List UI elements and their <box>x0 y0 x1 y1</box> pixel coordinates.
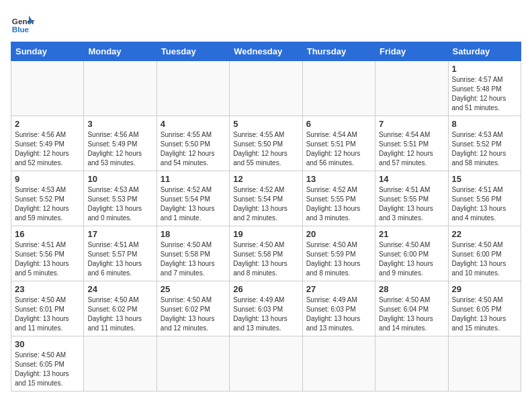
calendar-cell <box>375 61 448 116</box>
day-info: Sunrise: 4:54 AM Sunset: 5:51 PM Dayligh… <box>379 130 444 168</box>
calendar-cell <box>302 336 375 392</box>
calendar-cell: 10Sunrise: 4:53 AM Sunset: 5:53 PM Dayli… <box>84 171 157 226</box>
day-number: 27 <box>306 284 371 294</box>
day-info: Sunrise: 4:50 AM Sunset: 6:02 PM Dayligh… <box>87 295 152 333</box>
day-number: 16 <box>15 229 80 239</box>
weekday-header: Friday <box>375 42 448 61</box>
day-number: 24 <box>87 284 152 294</box>
day-info: Sunrise: 4:50 AM Sunset: 5:59 PM Dayligh… <box>306 240 371 278</box>
day-info: Sunrise: 4:52 AM Sunset: 5:55 PM Dayligh… <box>306 185 371 223</box>
day-info: Sunrise: 4:51 AM Sunset: 5:56 PM Dayligh… <box>452 185 517 223</box>
day-number: 17 <box>87 229 152 239</box>
day-number: 28 <box>379 284 444 294</box>
calendar-cell <box>84 336 157 392</box>
calendar-cell: 25Sunrise: 4:50 AM Sunset: 6:02 PM Dayli… <box>157 281 229 336</box>
day-number: 25 <box>161 284 226 294</box>
day-number: 21 <box>379 229 444 239</box>
calendar-cell: 13Sunrise: 4:52 AM Sunset: 5:55 PM Dayli… <box>302 171 375 226</box>
calendar-cell <box>230 336 302 392</box>
day-info: Sunrise: 4:52 AM Sunset: 5:54 PM Dayligh… <box>233 185 298 223</box>
calendar-cell <box>375 336 448 392</box>
calendar-cell: 20Sunrise: 4:50 AM Sunset: 5:59 PM Dayli… <box>302 226 375 281</box>
day-info: Sunrise: 4:53 AM Sunset: 5:52 PM Dayligh… <box>15 185 80 223</box>
day-number: 30 <box>15 339 80 349</box>
day-number: 9 <box>15 174 80 184</box>
day-number: 1 <box>452 64 517 74</box>
day-number: 26 <box>233 284 298 294</box>
day-info: Sunrise: 4:51 AM Sunset: 5:55 PM Dayligh… <box>379 185 444 223</box>
day-info: Sunrise: 4:50 AM Sunset: 6:02 PM Dayligh… <box>161 295 226 333</box>
calendar-cell: 23Sunrise: 4:50 AM Sunset: 6:01 PM Dayli… <box>11 281 84 336</box>
calendar-cell: 11Sunrise: 4:52 AM Sunset: 5:54 PM Dayli… <box>157 171 229 226</box>
calendar-cell: 21Sunrise: 4:50 AM Sunset: 6:00 PM Dayli… <box>375 226 448 281</box>
day-info: Sunrise: 4:55 AM Sunset: 5:50 PM Dayligh… <box>161 130 226 168</box>
calendar-cell: 28Sunrise: 4:50 AM Sunset: 6:04 PM Dayli… <box>375 281 448 336</box>
calendar-cell: 19Sunrise: 4:50 AM Sunset: 5:58 PM Dayli… <box>230 226 302 281</box>
weekday-header-row: SundayMondayTuesdayWednesdayThursdayFrid… <box>11 42 521 61</box>
day-number: 22 <box>452 229 517 239</box>
calendar-week-row: 2Sunrise: 4:56 AM Sunset: 5:49 PM Daylig… <box>11 116 521 171</box>
day-info: Sunrise: 4:53 AM Sunset: 5:53 PM Dayligh… <box>87 185 152 223</box>
calendar-cell: 6Sunrise: 4:54 AM Sunset: 5:51 PM Daylig… <box>302 116 375 171</box>
calendar-cell: 2Sunrise: 4:56 AM Sunset: 5:49 PM Daylig… <box>11 116 84 171</box>
day-info: Sunrise: 4:50 AM Sunset: 6:05 PM Dayligh… <box>452 295 517 333</box>
calendar-cell: 9Sunrise: 4:53 AM Sunset: 5:52 PM Daylig… <box>11 171 84 226</box>
calendar-cell <box>11 61 84 116</box>
day-number: 7 <box>379 119 444 129</box>
day-number: 12 <box>233 174 298 184</box>
calendar-week-row: 30Sunrise: 4:50 AM Sunset: 6:05 PM Dayli… <box>11 336 521 392</box>
calendar-cell: 16Sunrise: 4:51 AM Sunset: 5:56 PM Dayli… <box>11 226 84 281</box>
day-number: 20 <box>306 229 371 239</box>
weekday-header: Wednesday <box>230 42 302 61</box>
day-number: 14 <box>379 174 444 184</box>
day-info: Sunrise: 4:50 AM Sunset: 5:58 PM Dayligh… <box>233 240 298 278</box>
weekday-header: Thursday <box>302 42 375 61</box>
calendar-cell: 3Sunrise: 4:56 AM Sunset: 5:49 PM Daylig… <box>84 116 157 171</box>
day-info: Sunrise: 4:55 AM Sunset: 5:50 PM Dayligh… <box>233 130 298 168</box>
day-info: Sunrise: 4:49 AM Sunset: 6:03 PM Dayligh… <box>306 295 371 333</box>
day-number: 15 <box>452 174 517 184</box>
day-info: Sunrise: 4:50 AM Sunset: 6:05 PM Dayligh… <box>15 351 80 388</box>
day-info: Sunrise: 4:50 AM Sunset: 6:01 PM Dayligh… <box>15 295 80 333</box>
weekday-header: Monday <box>84 42 157 61</box>
day-info: Sunrise: 4:50 AM Sunset: 6:00 PM Dayligh… <box>379 240 444 278</box>
day-info: Sunrise: 4:51 AM Sunset: 5:56 PM Dayligh… <box>15 240 80 278</box>
calendar-cell <box>230 61 302 116</box>
weekday-header: Tuesday <box>157 42 229 61</box>
logo: General Blue <box>11 11 35 35</box>
calendar-cell <box>302 61 375 116</box>
calendar-cell: 15Sunrise: 4:51 AM Sunset: 5:56 PM Dayli… <box>448 171 521 226</box>
day-number: 29 <box>452 284 517 294</box>
calendar-cell: 24Sunrise: 4:50 AM Sunset: 6:02 PM Dayli… <box>84 281 157 336</box>
calendar-cell <box>448 336 521 392</box>
day-number: 6 <box>306 119 371 129</box>
day-number: 18 <box>161 229 226 239</box>
calendar-cell: 27Sunrise: 4:49 AM Sunset: 6:03 PM Dayli… <box>302 281 375 336</box>
day-info: Sunrise: 4:53 AM Sunset: 5:52 PM Dayligh… <box>452 130 517 168</box>
calendar-cell: 17Sunrise: 4:51 AM Sunset: 5:57 PM Dayli… <box>84 226 157 281</box>
day-info: Sunrise: 4:52 AM Sunset: 5:54 PM Dayligh… <box>161 185 226 223</box>
day-number: 13 <box>306 174 371 184</box>
calendar-cell: 22Sunrise: 4:50 AM Sunset: 6:00 PM Dayli… <box>448 226 521 281</box>
calendar-cell: 30Sunrise: 4:50 AM Sunset: 6:05 PM Dayli… <box>11 336 84 392</box>
page-header: General Blue <box>11 11 521 35</box>
calendar-week-row: 16Sunrise: 4:51 AM Sunset: 5:56 PM Dayli… <box>11 226 521 281</box>
day-info: Sunrise: 4:54 AM Sunset: 5:51 PM Dayligh… <box>306 130 371 168</box>
day-number: 3 <box>87 119 152 129</box>
calendar-cell: 26Sunrise: 4:49 AM Sunset: 6:03 PM Dayli… <box>230 281 302 336</box>
weekday-header: Sunday <box>11 42 84 61</box>
day-number: 11 <box>161 174 226 184</box>
calendar-cell <box>84 61 157 116</box>
calendar-cell: 7Sunrise: 4:54 AM Sunset: 5:51 PM Daylig… <box>375 116 448 171</box>
calendar-cell <box>157 336 229 392</box>
calendar-cell: 12Sunrise: 4:52 AM Sunset: 5:54 PM Dayli… <box>230 171 302 226</box>
svg-text:Blue: Blue <box>12 25 30 34</box>
day-number: 23 <box>15 284 80 294</box>
calendar-cell: 29Sunrise: 4:50 AM Sunset: 6:05 PM Dayli… <box>448 281 521 336</box>
calendar-cell: 1Sunrise: 4:57 AM Sunset: 5:48 PM Daylig… <box>448 61 521 116</box>
calendar-cell: 18Sunrise: 4:50 AM Sunset: 5:58 PM Dayli… <box>157 226 229 281</box>
calendar-cell: 4Sunrise: 4:55 AM Sunset: 5:50 PM Daylig… <box>157 116 229 171</box>
day-number: 19 <box>233 229 298 239</box>
day-info: Sunrise: 4:50 AM Sunset: 6:00 PM Dayligh… <box>452 240 517 278</box>
day-info: Sunrise: 4:50 AM Sunset: 6:04 PM Dayligh… <box>379 295 444 333</box>
